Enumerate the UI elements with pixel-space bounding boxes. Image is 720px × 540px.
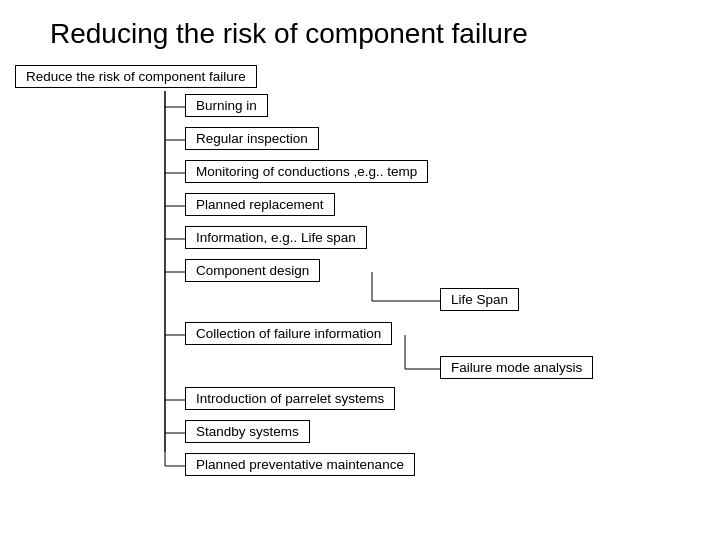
sub-failure-mode: Failure mode analysis (440, 356, 593, 379)
branch-component-design: Component design (185, 259, 320, 282)
failure-mode-box: Failure mode analysis (440, 356, 593, 379)
branch-introduction-parrelet: Introduction of parrelet systems (185, 387, 395, 410)
information-box: Information, e.g.. Life span (185, 226, 367, 249)
planned-replacement-box: Planned replacement (185, 193, 335, 216)
collection-failure-box: Collection of failure information (185, 322, 392, 345)
sub-life-span: Life Span (440, 288, 519, 311)
standby-systems-box: Standby systems (185, 420, 310, 443)
branch-planned-preventative: Planned preventative maintenance (185, 453, 415, 476)
branch-standby-systems: Standby systems (185, 420, 310, 443)
branch-monitoring: Monitoring of conductions ,e.g.. temp (185, 160, 428, 183)
regular-inspection-box: Regular inspection (185, 127, 319, 150)
life-span-box: Life Span (440, 288, 519, 311)
planned-preventative-box: Planned preventative maintenance (185, 453, 415, 476)
burning-in-box: Burning in (185, 94, 268, 117)
branch-collection-failure: Collection of failure information (185, 322, 392, 345)
branch-burning-in: Burning in (185, 94, 268, 117)
branch-planned-replacement: Planned replacement (185, 193, 335, 216)
root-node: Reduce the risk of component failure (15, 65, 257, 88)
component-design-box: Component design (185, 259, 320, 282)
root-box: Reduce the risk of component failure (15, 65, 257, 88)
tree-lines-svg (10, 60, 720, 510)
branch-regular-inspection: Regular inspection (185, 127, 319, 150)
monitoring-box: Monitoring of conductions ,e.g.. temp (185, 160, 428, 183)
page-title: Reducing the risk of component failure (0, 0, 720, 60)
introduction-parrelet-box: Introduction of parrelet systems (185, 387, 395, 410)
branch-information: Information, e.g.. Life span (185, 226, 367, 249)
